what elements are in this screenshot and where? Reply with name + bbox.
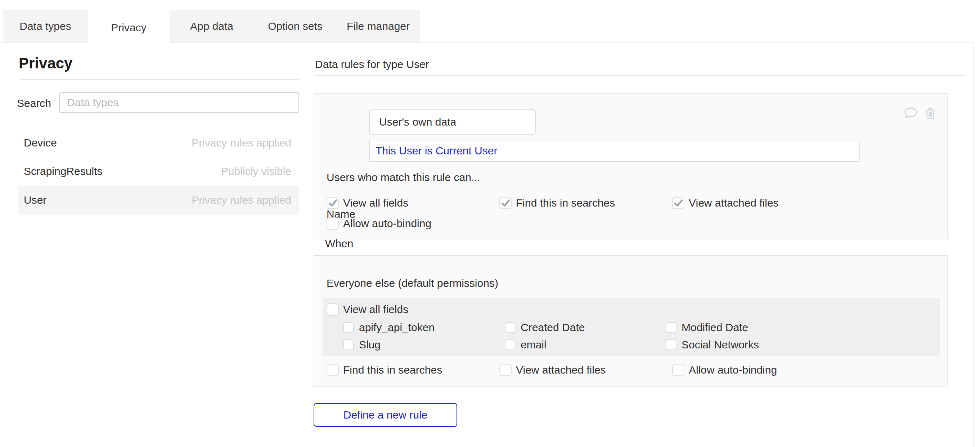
search-label: Search <box>17 97 51 110</box>
checkbox-box <box>666 339 676 350</box>
checkbox-allow-auto-binding[interactable]: Allow auto-binding <box>326 217 431 230</box>
checkbox-label: email <box>520 339 547 351</box>
checkbox-box <box>505 322 515 333</box>
datatype-name: User <box>24 194 46 206</box>
tab-file-manager[interactable]: File manager <box>337 10 420 43</box>
tab-label: Data types <box>19 20 71 32</box>
checkbox-label: Created Date <box>520 321 585 334</box>
checkbox-label: View all fields <box>343 304 408 316</box>
tab-label: Option sets <box>268 20 323 32</box>
datatype-row-scrapingresults[interactable]: ScrapingResults Publicly visible <box>18 157 299 186</box>
tab-app-data[interactable]: App data <box>170 10 254 43</box>
checkbox-label: Social Networks <box>681 339 759 351</box>
checkbox-label: View attached files <box>516 364 606 376</box>
checkbox-label: View all fields <box>343 197 408 209</box>
datatype-name: Device <box>24 137 57 149</box>
when-label: When <box>325 237 353 250</box>
rule-card: Name When This User is Current User User… <box>313 93 948 239</box>
tab-label: Privacy <box>111 22 146 34</box>
trash-icon[interactable] <box>923 105 937 122</box>
checkbox-box <box>666 322 676 333</box>
checkbox-field-apify-api-token[interactable]: apify_api_token <box>343 321 434 334</box>
checkbox-find-in-searches[interactable]: Find this in searches <box>500 197 615 209</box>
default-permissions-card: Everyone else (default permissions) View… <box>313 255 948 387</box>
checkbox-label: apify_api_token <box>359 321 434 334</box>
checkbox-box <box>500 197 512 209</box>
datatype-status: Privacy rules applied <box>191 194 291 206</box>
datatype-name: ScrapingResults <box>24 165 102 177</box>
checkbox-field-slug[interactable]: Slug <box>343 339 380 351</box>
when-condition-link[interactable]: This User is Current User <box>375 145 497 157</box>
tab-data-types[interactable]: Data types <box>3 10 88 43</box>
checkbox-field-modified-date[interactable]: Modified Date <box>666 321 748 334</box>
checkbox-view-all-fields[interactable]: View all fields <box>326 197 408 209</box>
checkbox-box <box>343 322 354 333</box>
checkbox-allow-auto-binding-default[interactable]: Allow auto-binding <box>672 364 777 376</box>
checkbox-box <box>326 197 339 209</box>
default-permissions-title: Everyone else (default permissions) <box>326 277 498 290</box>
checkbox-label: Find this in searches <box>516 197 615 209</box>
tab-option-sets[interactable]: Option sets <box>254 10 337 43</box>
datatype-row-user[interactable]: User Privacy rules applied <box>18 186 299 215</box>
checkbox-box <box>500 364 512 376</box>
sidebar-divider <box>19 79 299 80</box>
checkbox-label: Slug <box>359 339 380 351</box>
tab-privacy[interactable]: Privacy <box>88 10 170 45</box>
define-new-rule-button[interactable]: Define a new rule <box>313 403 457 427</box>
section-title: Data rules for type User <box>315 58 429 70</box>
checkbox-field-email[interactable]: email <box>505 339 547 351</box>
tab-label: File manager <box>347 20 410 32</box>
right-scroll-divider <box>973 43 974 447</box>
checkbox-box <box>672 197 684 209</box>
rule-name-input[interactable] <box>369 110 536 135</box>
checkbox-label: Find this in searches <box>343 364 442 376</box>
checkbox-field-created-date[interactable]: Created Date <box>505 321 585 334</box>
datatype-status: Publicly visible <box>221 165 291 177</box>
checkbox-box <box>326 304 339 316</box>
search-input[interactable] <box>59 92 299 113</box>
checkbox-label: View attached files <box>689 197 779 209</box>
checkbox-view-all-fields-default[interactable]: View all fields <box>326 304 408 316</box>
checkbox-box <box>343 339 354 350</box>
checkbox-box <box>326 217 339 230</box>
checkbox-find-in-searches-default[interactable]: Find this in searches <box>326 364 442 376</box>
tab-bar: Data types Privacy App data Option sets … <box>3 10 420 43</box>
checkbox-view-attached-files-default[interactable]: View attached files <box>500 364 606 376</box>
datatype-row-device[interactable]: Device Privacy rules applied <box>18 129 299 157</box>
checkbox-box <box>326 364 339 376</box>
checkbox-label: Allow auto-binding <box>689 364 777 376</box>
rule-when-input[interactable]: This User is Current User <box>369 140 860 162</box>
checkbox-box <box>505 339 515 350</box>
checkbox-box <box>672 364 684 376</box>
checkbox-label: Modified Date <box>681 321 748 334</box>
checkbox-field-social-networks[interactable]: Social Networks <box>666 339 759 351</box>
page-title: Privacy <box>19 55 72 72</box>
tab-label: App data <box>190 20 233 32</box>
checkbox-label: Allow auto-binding <box>343 217 431 230</box>
comment-icon[interactable] <box>903 106 919 121</box>
rule-caption: Users who match this rule can... <box>326 171 480 183</box>
datatype-status: Privacy rules applied <box>191 137 291 149</box>
main-divider <box>315 75 966 76</box>
checkbox-view-attached-files[interactable]: View attached files <box>672 197 779 209</box>
